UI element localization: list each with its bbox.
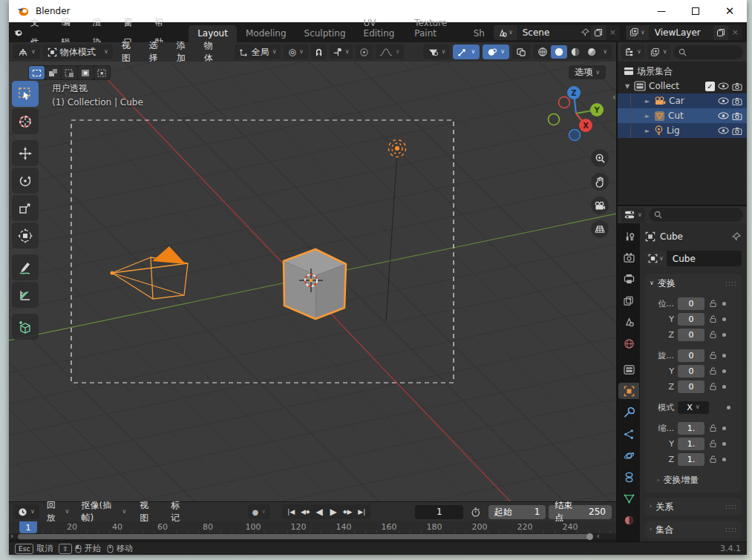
tab-render[interactable] — [618, 249, 639, 266]
expand-arrow-icon[interactable]: ▼ — [624, 83, 631, 90]
tab-tool[interactable] — [618, 228, 639, 244]
view-layer-copy-button[interactable] — [713, 25, 728, 40]
navigation-gizmo[interactable]: Z Y X — [545, 82, 607, 145]
tool-add-cube[interactable] — [12, 314, 39, 340]
object-row-cube[interactable]: ► Cut — [618, 108, 747, 123]
lock-icon[interactable] — [708, 439, 717, 448]
tab-view-layer[interactable] — [618, 292, 639, 309]
snap-toggle[interactable] — [311, 45, 327, 59]
view-layer-remove-button[interactable]: × — [728, 27, 742, 37]
animate-dot[interactable] — [727, 406, 730, 409]
transform-orientation-selector[interactable]: 全局 ∨ — [235, 45, 281, 59]
panel-grip[interactable]: :::: — [725, 280, 737, 287]
tool-select-box[interactable] — [12, 81, 39, 107]
camera-view-button[interactable] — [591, 197, 609, 214]
select-set-button[interactable] — [29, 66, 45, 79]
render-visibility-icon[interactable] — [732, 82, 742, 90]
delta-transform-panel[interactable]: › 变换增量 — [650, 474, 737, 487]
tool-transform[interactable] — [12, 223, 39, 248]
scene-collection-row[interactable]: 场景集合 — [618, 64, 747, 79]
view-layer-browse-button[interactable]: ∨ — [626, 25, 649, 40]
tool-move[interactable] — [12, 140, 39, 166]
menu-select[interactable]: 选择 — [143, 39, 168, 65]
animate-dot[interactable] — [722, 426, 726, 430]
maximize-button[interactable] — [679, 0, 713, 22]
current-frame-field[interactable]: 1 — [415, 505, 463, 519]
scrollbar-knob[interactable] — [586, 533, 593, 540]
tab-sculpting[interactable]: Sculpting — [295, 25, 355, 42]
close-button[interactable]: ✕ — [713, 0, 747, 22]
playback-menu[interactable]: 回放∨ — [42, 504, 74, 519]
mode-selector[interactable]: 物体模式 ∨ — [43, 45, 113, 59]
collection-checkbox[interactable]: ✓ — [705, 82, 715, 91]
tab-shading[interactable]: Sh — [465, 25, 494, 42]
tab-scene[interactable] — [618, 314, 639, 330]
scene-name[interactable]: Scene — [517, 27, 581, 38]
rotation-z-field[interactable]: 0 — [678, 381, 704, 393]
tab-output[interactable] — [618, 271, 639, 287]
collection-row[interactable]: ▼ Collect ✓ — [618, 79, 747, 93]
object-name-field[interactable]: Cube — [667, 251, 742, 266]
tab-uv-editing[interactable]: UV Editing — [355, 15, 406, 42]
tab-modeling[interactable]: Modeling — [237, 25, 295, 42]
location-y-field[interactable]: 0 — [678, 313, 704, 326]
shading-solid-button[interactable] — [551, 45, 567, 59]
tool-scale[interactable] — [12, 195, 39, 221]
play-reverse-button[interactable]: ◀ — [313, 505, 326, 518]
rotation-mode-selector[interactable]: X ∨ — [678, 401, 709, 414]
shading-wireframe-button[interactable] — [534, 45, 551, 59]
properties-editor-type-button[interactable]: ∨ — [621, 208, 645, 223]
collections-panel[interactable]: ›集合:::: — [645, 521, 742, 538]
lock-icon[interactable] — [708, 382, 717, 391]
jump-to-start-button[interactable]: |◀ — [284, 505, 298, 518]
scene-copy-button[interactable] — [591, 25, 606, 40]
scroll-right-arrow[interactable]: ‹ — [597, 531, 600, 541]
tab-constraints[interactable] — [618, 469, 639, 485]
playhead[interactable]: 1 — [19, 521, 37, 533]
relations-panel[interactable]: ›关系:::: — [645, 498, 742, 515]
location-x-field[interactable]: 0 — [678, 297, 704, 310]
expand-arrow-icon[interactable]: ► — [644, 98, 651, 105]
lock-icon[interactable] — [708, 366, 717, 375]
tab-object-data[interactable] — [618, 490, 639, 507]
axis-x-ball[interactable]: X — [579, 119, 592, 132]
rotation-x-field[interactable]: 0 — [678, 349, 704, 362]
blender-menu-icon[interactable] — [13, 27, 23, 38]
axis-neg-z-ball[interactable] — [569, 130, 581, 141]
hide-eye-icon[interactable] — [718, 82, 729, 90]
scene-unlink-button[interactable]: × — [606, 27, 620, 37]
axis-y-ball[interactable]: Y — [590, 103, 604, 116]
scale-x-field[interactable]: 1. — [678, 422, 704, 435]
lock-icon[interactable] — [708, 455, 717, 464]
lock-icon[interactable] — [708, 330, 717, 339]
render-visibility-icon[interactable] — [732, 112, 742, 120]
menu-object[interactable]: 物体 — [198, 39, 223, 65]
animate-dot[interactable] — [722, 442, 726, 446]
pan-button[interactable] — [591, 173, 609, 191]
xray-toggle[interactable] — [512, 45, 530, 59]
timeline-marker-menu[interactable]: 标记 — [165, 499, 193, 524]
location-z-field[interactable]: 0 — [678, 329, 704, 341]
pivot-point-selector[interactable]: ◎ ∨ — [284, 45, 307, 59]
animate-dot[interactable] — [722, 317, 726, 321]
outliner-editor-type-button[interactable]: ∨ — [621, 45, 644, 59]
render-visibility-icon[interactable] — [732, 127, 742, 135]
animate-dot[interactable] — [722, 302, 726, 306]
hide-eye-icon[interactable] — [718, 127, 729, 134]
outliner-search-input[interactable] — [673, 45, 743, 59]
editor-type-button[interactable]: ∨ — [13, 45, 40, 59]
expand-arrow-icon[interactable]: ► — [644, 113, 651, 119]
object-browse-button[interactable]: ∨ — [645, 251, 667, 266]
outliner-display-mode-button[interactable]: ∨ — [647, 45, 670, 59]
object-row-light[interactable]: ► Lig — [618, 123, 747, 138]
show-overlays-toggle[interactable]: ∨ — [483, 45, 509, 59]
pin-icon[interactable] — [581, 27, 590, 37]
object-row-camera[interactable]: ► Car — [618, 93, 747, 108]
animate-dot[interactable] — [722, 369, 726, 373]
hide-eye-icon[interactable] — [718, 97, 729, 105]
timeline-ruler[interactable]: 20 40 60 80 100 120 140 160 180 200 220 … — [9, 521, 616, 533]
next-keyframe-button[interactable]: ◆▶ — [341, 505, 354, 518]
tool-rotate[interactable] — [12, 168, 39, 194]
rotation-y-field[interactable]: 0 — [678, 365, 704, 378]
minimize-button[interactable]: — — [644, 0, 679, 22]
